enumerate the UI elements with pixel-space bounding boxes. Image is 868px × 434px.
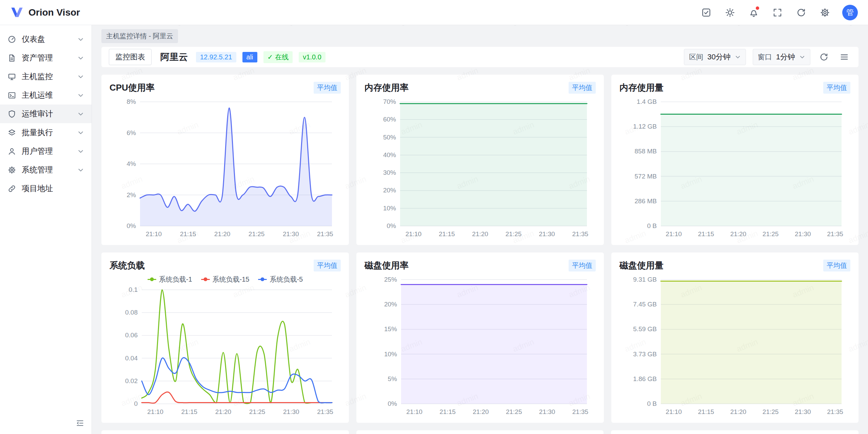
sidebar-item-label: 主机监控: [22, 71, 53, 82]
chevron-down-icon: [77, 167, 84, 173]
chevron-down-icon: [77, 55, 84, 61]
average-badge: 平均值: [314, 82, 341, 94]
sidebar-item-host-ops[interactable]: 主机运维: [0, 86, 92, 105]
env-tag: ali: [242, 52, 257, 62]
fullscreen-icon[interactable]: [771, 6, 784, 19]
theme-sun-icon[interactable]: [724, 6, 736, 19]
sidebar-item-system-mgmt[interactable]: 系统管理: [0, 161, 92, 179]
svg-text:15%: 15%: [384, 325, 397, 333]
svg-text:2%: 2%: [127, 191, 136, 199]
sidebar-item-batch-exec[interactable]: 批量执行: [0, 123, 92, 142]
svg-text:0.02: 0.02: [125, 377, 138, 384]
online-status-tag: ✓在线: [263, 51, 293, 63]
notifications-bell-icon[interactable]: [747, 6, 760, 19]
chevron-down-icon: [799, 54, 805, 60]
check-square-icon[interactable]: [700, 6, 713, 19]
document-icon: [7, 54, 16, 62]
svg-text:21:30: 21:30: [539, 408, 555, 415]
svg-text:8%: 8%: [127, 98, 136, 105]
disk-usage-rate-chart[interactable]: 0%5%10%15%20%25%21:1021:1521:2021:2521:3…: [364, 274, 596, 418]
system-load-chart[interactable]: 00.020.040.060.080.121:1021:1521:2021:25…: [110, 284, 341, 418]
system-load-legend: 系统负载-1系统负载-15系统负载-5: [110, 274, 341, 284]
svg-text:286 MB: 286 MB: [635, 197, 657, 205]
interval-select[interactable]: 区间 30分钟: [684, 49, 746, 65]
svg-text:25%: 25%: [384, 276, 397, 283]
notification-dot: [756, 6, 759, 10]
svg-text:7.45 GB: 7.45 GB: [633, 301, 657, 308]
menu-fold-icon: [76, 419, 84, 428]
chevron-down-icon: [77, 129, 84, 136]
chevron-down-icon: [77, 73, 84, 80]
svg-text:9.31 GB: 9.31 GB: [633, 276, 657, 283]
svg-text:21:25: 21:25: [249, 408, 265, 415]
breadcrumb[interactable]: 主机监控详情 - 阿里云: [101, 29, 178, 43]
svg-text:21:35: 21:35: [572, 230, 589, 238]
average-badge: 平均值: [823, 260, 850, 271]
svg-text:0%: 0%: [127, 222, 136, 229]
settings-gear-icon[interactable]: [818, 6, 831, 19]
sidebar-item-label: 主机运维: [22, 90, 53, 100]
chevron-down-icon: [77, 148, 84, 155]
legend-item[interactable]: 系统负载-5: [258, 275, 303, 284]
sidebar-item-assets[interactable]: 资产管理: [0, 49, 92, 67]
monitor-charts-button[interactable]: 监控图表: [109, 49, 152, 65]
svg-text:10%: 10%: [383, 205, 396, 212]
svg-text:21:30: 21:30: [283, 408, 299, 415]
svg-text:21:10: 21:10: [666, 408, 682, 415]
chevron-down-icon: [77, 36, 84, 43]
cpu-usage-chart[interactable]: 0%2%4%6%8%21:1021:1521:2021:2521:3021:35: [110, 96, 341, 240]
window-select[interactable]: 窗口 1分钟: [753, 49, 810, 65]
disk-usage-amount-chart[interactable]: 0 B1.86 GB3.73 GB5.59 GB7.45 GB9.31 GB21…: [619, 274, 850, 418]
svg-text:10%: 10%: [384, 351, 397, 358]
svg-text:21:20: 21:20: [472, 230, 488, 238]
sidebar: 仪表盘 资产管理 主机监控 主机运维 运维审计 批量执行: [0, 25, 92, 434]
refresh-icon: [819, 52, 829, 62]
svg-text:30%: 30%: [383, 169, 396, 176]
svg-text:1.4 GB: 1.4 GB: [637, 98, 657, 105]
svg-text:20%: 20%: [383, 187, 396, 194]
user-icon: [7, 147, 16, 156]
svg-text:21:15: 21:15: [181, 408, 198, 415]
svg-text:4%: 4%: [127, 160, 136, 167]
gear-icon: [7, 166, 16, 174]
avatar[interactable]: 管: [842, 5, 858, 20]
chevron-down-icon: [77, 111, 84, 117]
chart-title: 内存使用率: [364, 82, 409, 94]
sidebar-item-dashboard[interactable]: 仪表盘: [0, 30, 92, 49]
svg-text:21:30: 21:30: [795, 408, 811, 415]
chart-title: 内存使用量: [619, 82, 664, 94]
memory-usage-amount-card: 内存使用量 平均值 0 B286 MB572 MB858 MB1.12 GB1.…: [611, 75, 859, 245]
svg-text:0%: 0%: [388, 400, 397, 407]
terminal-icon: [7, 91, 16, 100]
shield-icon: [7, 110, 16, 118]
sidebar-item-host-monitor[interactable]: 主机监控: [0, 67, 92, 86]
svg-text:40%: 40%: [383, 151, 396, 158]
svg-text:21:20: 21:20: [215, 408, 232, 415]
legend-item[interactable]: 系统负载-15: [201, 275, 250, 284]
svg-text:6%: 6%: [127, 129, 136, 136]
svg-text:21:35: 21:35: [827, 408, 843, 415]
sidebar-item-ops-audit[interactable]: 运维审计: [0, 105, 92, 123]
legend-item[interactable]: 系统负载-1: [147, 275, 192, 284]
svg-text:21:10: 21:10: [406, 408, 422, 415]
version-tag: v1.0.0: [299, 52, 325, 62]
memory-usage-amount-chart[interactable]: 0 B286 MB572 MB858 MB1.12 GB1.4 GB21:102…: [619, 96, 850, 240]
sidebar-item-label: 批量执行: [22, 127, 53, 138]
svg-text:3.73 GB: 3.73 GB: [633, 351, 657, 358]
svg-text:21:15: 21:15: [439, 230, 455, 238]
svg-text:21:35: 21:35: [572, 408, 589, 415]
refresh-charts-button[interactable]: [817, 50, 831, 64]
gauge-icon: [7, 35, 16, 44]
refresh-icon[interactable]: [795, 6, 808, 19]
host-header-card: 监控图表 阿里云 12.92.5.21 ali ✓在线 v1.0.0 区间 30…: [101, 47, 859, 67]
chart-list-button[interactable]: [837, 50, 851, 64]
svg-text:21:30: 21:30: [795, 230, 811, 238]
sidebar-item-project-link[interactable]: 项目地址: [0, 179, 92, 198]
chevron-down-icon: [735, 54, 741, 60]
collapse-sidebar-button[interactable]: [74, 417, 86, 429]
memory-usage-rate-card: 内存使用率 平均值 0%10%20%30%40%50%60%70%21:1021…: [356, 75, 604, 245]
cpu-usage-card: CPU使用率 平均值 0%2%4%6%8%21:1021:1521:2021:2…: [101, 75, 349, 245]
memory-usage-rate-chart[interactable]: 0%10%20%30%40%50%60%70%21:1021:1521:2021…: [364, 96, 596, 240]
svg-text:21:30: 21:30: [539, 230, 555, 238]
sidebar-item-user-mgmt[interactable]: 用户管理: [0, 142, 92, 161]
